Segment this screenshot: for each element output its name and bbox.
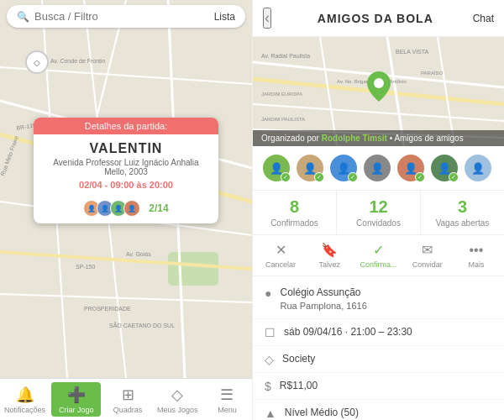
nav-quadras[interactable]: ⊞ Quadras xyxy=(102,379,152,420)
avatar-4: 👤 xyxy=(123,200,140,217)
stat-vagas: 3 Vagas abertas xyxy=(420,191,504,234)
stat-confirmados: 8 Confirmados xyxy=(253,191,336,234)
svg-text:PROSPERIDADE: PROSPERIDADE xyxy=(84,306,131,312)
match-card-body: VALENTIN Avenida Professor Luiz Ignácio … xyxy=(34,134,218,197)
svg-text:JARDIM EUROPA: JARDIM EUROPA xyxy=(261,92,302,97)
search-icon: 🔍 xyxy=(17,11,29,23)
vagas-label: Vagas abertas xyxy=(424,218,501,228)
svg-text:PARAÍSO: PARAÍSO xyxy=(421,71,444,76)
diamond-icon: ◇ xyxy=(171,386,183,404)
grid-icon: ⊞ xyxy=(122,386,134,404)
search-bar: 🔍 Lista xyxy=(7,5,245,28)
nav-quadras-label: Quadras xyxy=(113,406,143,414)
bottom-nav: 🔔 Notificações ➕ Criar Jogo ⊞ Quadras ◇ … xyxy=(0,378,252,420)
convidar-button[interactable]: ✉ Convidar xyxy=(403,242,452,269)
confirmados-number: 8 xyxy=(256,197,333,217)
detail-type-text: Society xyxy=(282,352,315,366)
svg-text:Av. Goiás: Av. Goiás xyxy=(126,251,151,257)
nav-meus-label: Meus Jogos xyxy=(157,406,198,414)
vagas-number: 3 xyxy=(424,197,501,217)
svg-text:BELA VISTA: BELA VISTA xyxy=(396,49,428,55)
more-icon: ••• xyxy=(470,243,484,258)
actions-row: ✕ Cancelar 🔖 Talvez ✓ Confirma... ✉ Conv… xyxy=(253,235,504,276)
search-input[interactable] xyxy=(34,10,209,23)
check-badge-1: ✓ xyxy=(281,172,291,182)
organizer-name: Rodolphe Timsit xyxy=(322,134,387,143)
check-badge-6: ✓ xyxy=(449,172,459,182)
detail-level: ▲ Nível Médio (50) xyxy=(253,400,504,420)
right-header: ‹ AMIGOS DA BOLA Chat xyxy=(253,0,504,37)
participant-1: 👤✓ xyxy=(261,153,291,183)
nav-criar-jogo[interactable]: ➕ Criar Jogo xyxy=(51,382,101,417)
chart-icon: ▲ xyxy=(265,407,276,420)
cancelar-button[interactable]: ✕ Cancelar xyxy=(256,242,305,269)
back-button[interactable]: ‹ xyxy=(263,8,271,29)
organizer-bar: Organizado por Rodolphe Timsit • Amigos … xyxy=(253,130,504,146)
check-badge-2: ✓ xyxy=(314,172,324,182)
nav-menu-label: Menu xyxy=(218,406,237,414)
page-title: AMIGOS DA BOLA xyxy=(278,12,473,25)
participant-7: 👤 xyxy=(463,153,493,183)
participant-3: 👤✓ xyxy=(328,153,359,183)
match-count: 2/14 xyxy=(149,202,168,214)
chat-button[interactable]: Chat xyxy=(473,13,494,24)
team-name: VALENTIN xyxy=(44,141,208,156)
svg-point-35 xyxy=(374,78,384,88)
right-map: Av. Radial Paulista BELA VISTA PARAÍSO J… xyxy=(253,37,504,146)
match-address: Avenida Professor Luiz Ignácio Anhalia M… xyxy=(44,158,208,176)
cancelar-label: Cancelar xyxy=(265,260,296,269)
svg-text:SÃO CAETANO DO SUL: SÃO CAETANO DO SUL xyxy=(109,322,175,328)
detail-datetime: ☐ sáb 09/04/16 · 21:00 – 23:30 xyxy=(253,319,504,346)
bell-icon: 🔔 xyxy=(16,386,34,404)
diamond2-icon: ◇ xyxy=(265,353,274,366)
envelope-icon: ✉ xyxy=(422,242,433,258)
nav-notificacoes[interactable]: 🔔 Notificações xyxy=(0,379,50,420)
match-datetime: 02/04 - 09:00 às 20:00 xyxy=(44,180,208,190)
confirmados-label: Confirmados xyxy=(256,218,333,228)
detail-type: ◇ Society xyxy=(253,346,504,373)
match-card-header: Detalhes da partida: xyxy=(34,118,218,134)
check-icon: ✓ xyxy=(373,242,384,258)
map-marker-1[interactable]: ◇ xyxy=(25,50,49,74)
mais-button[interactable]: ••• Mais xyxy=(452,242,501,269)
match-card-footer: 👤 👤 👤 👤 2/14 xyxy=(34,197,218,223)
organizer-suffix: • Amigos de amigos xyxy=(390,134,464,143)
details-list: ● Colégio Assunção Rua Pamplona, 1616 ☐ … xyxy=(253,276,504,420)
nav-meus-jogos[interactable]: ◇ Meus Jogos xyxy=(153,379,202,420)
cancel-icon: ✕ xyxy=(276,242,286,258)
talvez-button[interactable]: 🔖 Talvez xyxy=(305,242,354,269)
svg-text:JARDIM PAULISTA: JARDIM PAULISTA xyxy=(261,117,305,122)
nav-criar-label: Criar Jogo xyxy=(59,406,94,414)
talvez-label: Talvez xyxy=(319,260,341,269)
lista-button[interactable]: Lista xyxy=(214,11,235,23)
location-icon: ● xyxy=(265,286,271,300)
calendar-icon: ☐ xyxy=(265,326,276,339)
mais-label: Mais xyxy=(468,260,484,269)
detail-location: ● Colégio Assunção Rua Pamplona, 1616 xyxy=(253,280,504,319)
participant-4: 👤 xyxy=(362,153,392,183)
location-pin xyxy=(367,71,391,105)
match-card: Detalhes da partida: VALENTIN Avenida Pr… xyxy=(34,118,218,223)
detail-price: $ R$11,00 xyxy=(253,373,504,400)
svg-text:Av. Radial Paulista: Av. Radial Paulista xyxy=(261,53,310,59)
confirmar-button[interactable]: ✓ Confirma... xyxy=(354,242,402,269)
detail-location-text: Colégio Assunção Rua Pamplona, 1616 xyxy=(280,286,366,312)
detail-price-text: R$11,00 xyxy=(280,379,318,393)
detail-datetime-text: sáb 09/04/16 · 21:00 – 23:30 xyxy=(284,325,412,339)
svg-rect-2 xyxy=(168,252,218,286)
participant-6: 👤✓ xyxy=(429,153,459,183)
convidar-label: Convidar xyxy=(412,260,443,269)
plus-icon: ➕ xyxy=(67,386,86,404)
confirmar-label: Confirma... xyxy=(360,260,397,269)
stat-convidados: 12 Convidados xyxy=(336,191,420,234)
check-badge-3: ✓ xyxy=(348,172,358,182)
participant-5: 👤✓ xyxy=(396,153,426,183)
right-panel: ‹ AMIGOS DA BOLA Chat Av. Radial Paulist… xyxy=(252,0,504,420)
left-panel: BR-116 Av. Conde de Frontin Rua Melo Fre… xyxy=(0,0,252,420)
nav-menu[interactable]: ☰ Menu xyxy=(202,379,252,420)
participant-2: 👤✓ xyxy=(295,153,325,183)
avatar-group: 👤 👤 👤 👤 xyxy=(83,200,140,217)
bookmark-icon: 🔖 xyxy=(321,242,338,258)
nav-notificacoes-label: Notificações xyxy=(4,406,45,414)
location-name: Colégio Assunção xyxy=(280,286,366,300)
